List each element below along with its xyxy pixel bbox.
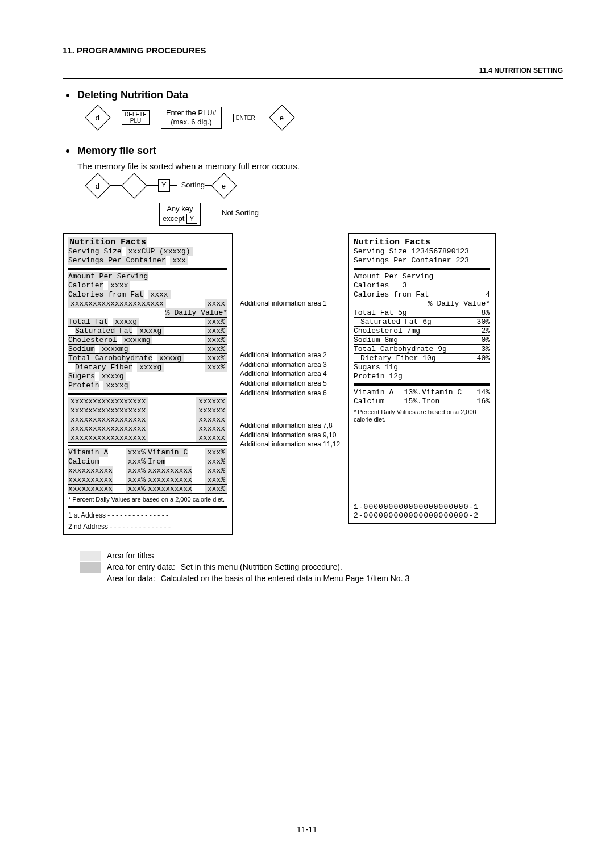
additional-row: xxxxxxxxxxxxxxxxxxxxxxx	[68, 424, 227, 433]
section-title: Deleting Nutrition Data	[77, 89, 188, 101]
flow-delete-plu: DELETE PLU	[122, 110, 150, 125]
chapter-heading: 11. PROGRAMMING PROCEDURES	[63, 45, 563, 55]
nutrition-row: Dietary Fiber 10g40%	[354, 354, 490, 363]
section-memorysort: Memory file sort The memory file is sort…	[63, 145, 563, 218]
vitamin-row: xxxxxxxxxxxxx%xxxxxxxxxxxxx%	[68, 466, 227, 475]
flowchart-memorysort: d Y Sorting e Any key except Y	[85, 177, 563, 218]
flow-anykey: Any key except Y	[159, 203, 201, 226]
nutrition-row: Sugers xxxxg	[68, 372, 227, 381]
legend-data: Area for data:	[107, 574, 155, 583]
annotation-area2: Additional information area 2	[240, 350, 341, 360]
section-heading: 11.4 NUTRITION SETTING	[63, 66, 563, 74]
label-sorting: Sorting	[181, 181, 205, 189]
vitamin-row: Calcium15%.Iron16%	[354, 397, 490, 406]
nutrition-row: Cholesterol 7mg2%	[354, 327, 490, 336]
legend-entry-desc: Set in this menu (Nutrition Setting proc…	[181, 562, 342, 571]
nutrition-row: Total Carbohydrate 9g3%	[354, 345, 490, 354]
nutrition-row: Sodium 8mg0%	[354, 336, 490, 345]
vitamin-row: Vitamin Axxx%Vitamin Cxxx%	[68, 448, 227, 457]
annotation-area4: Additional information area 4	[240, 369, 341, 379]
nutrition-row: Protein 12g	[354, 372, 490, 381]
nutrition-row: Saturated Fat xxxxgxxx%	[68, 327, 227, 336]
nutrition-row: Total Carobohydrate xxxxgxxx%	[68, 354, 227, 363]
swatch-titles	[80, 551, 101, 561]
swatch-entrydata	[80, 562, 101, 573]
legend-data-desc: Calculated on the basis of the entered d…	[161, 574, 409, 583]
flow-start-d: d	[85, 105, 110, 131]
annotation-column: Additional information area 1 Additional…	[240, 233, 341, 452]
additional-row: xxxxxxxxxxxxxxxxxxxxxxx	[68, 406, 227, 415]
label-number-1: 1-000000000000000000000-1	[354, 503, 490, 511]
section-desc: The memory file is sorted when a memory …	[77, 161, 563, 171]
bullet-icon	[66, 94, 69, 97]
vitamin-row: xxxxxxxxxxxxx%xxxxxxxxxxxxx%	[68, 485, 227, 494]
swatch-data	[80, 574, 101, 584]
section-delete: Deleting Nutrition Data d DELETE PLU Ent…	[63, 89, 563, 129]
nutrition-row: Total Fat xxxxgxxx%	[68, 318, 227, 327]
flow-anykey-y: Y	[186, 214, 197, 224]
vitamin-row: Calciumxxx%Iromxxx%	[68, 457, 227, 466]
annotation-area1112: Additional information area 11,12	[240, 440, 341, 449]
dv-note: * Percent Daily Values are based on a 2,…	[68, 496, 227, 503]
annotation-area78: Additional information area 7,8	[240, 421, 341, 431]
flow-decision	[121, 173, 147, 198]
flow-start-d: d	[85, 173, 110, 198]
nutrition-row: Protein xxxxg	[68, 381, 227, 390]
annotation-area910: Additional information area 9,10	[240, 431, 341, 440]
nutrition-row: Cholesterol xxxxmgxxx%	[68, 336, 227, 345]
flow-enter-plu: Enter the PLU# (max. 6 dig.)	[161, 107, 222, 129]
legend-titles: Area for titles	[107, 551, 154, 560]
nutrition-row: Total Fat 5g8%	[354, 308, 490, 318]
flow-enter-key: ENTER	[233, 114, 258, 122]
page-number: 11-11	[0, 825, 614, 834]
additional-row: xxxxxxxxxxxxxxxxxxxxxxx	[68, 433, 227, 443]
vitamin-row: Vitamin A13%.Vitamin C14%	[354, 388, 490, 397]
address2: 2 nd Address - - - - - - - - - - - - - -…	[68, 523, 227, 531]
label-number-2: 2-000000000000000000000-2	[354, 511, 490, 520]
flow-end-e: e	[211, 173, 237, 198]
label-notsorting: Not Sorting	[222, 208, 563, 217]
nutrition-label-example: Nutrition Facts Serving Size 12345678901…	[348, 233, 496, 524]
flowchart-delete: d DELETE PLU Enter the PLU# (max. 6 dig.…	[85, 107, 563, 129]
flow-y-key: Y	[158, 179, 170, 191]
nutrition-row: Sodium xxxxmgxxx%	[68, 345, 227, 354]
additional-row: xxxxxxxxxxxxxxxxxxxxxxx	[68, 397, 227, 406]
vitamin-row: xxxxxxxxxxxxx%xxxxxxxxxxxxx%	[68, 475, 227, 485]
header-rule	[63, 78, 563, 79]
annotation-area1: Additional information area 1	[240, 299, 341, 308]
page: 11. PROGRAMMING PROCEDURES 11.4 NUTRITIO…	[0, 0, 614, 868]
nutrition-panels: Nutrition Facts Serving Size xxxCUP (xxx…	[63, 233, 563, 535]
annotation-area6: Additional information area 6	[240, 389, 341, 398]
nutrition-label-template: Nutrition Facts Serving Size xxxCUP (xxx…	[63, 233, 233, 535]
additional-row: xxxxxxxxxxxxxxxxxxxxxxx	[68, 415, 227, 424]
annotation-area3: Additional information area 3	[240, 360, 341, 370]
legend-entry: Area for entry data:	[107, 562, 175, 571]
nutrition-row: Saturated Fat 6g30%	[354, 318, 490, 327]
annotation-area5: Additional information area 5	[240, 379, 341, 389]
nutrition-row: Sugars 11g	[354, 363, 490, 372]
dv-note: * Percent Daily Values are based on a 2,…	[354, 408, 490, 423]
flow-end-e: e	[269, 105, 294, 131]
address1: 1 st Address - - - - - - - - - - - - - -…	[68, 511, 227, 519]
bullet-icon	[66, 149, 69, 153]
legend: Area for titles Area for entry data: Set…	[80, 551, 563, 584]
section-title: Memory file sort	[77, 145, 156, 157]
nutrition-row: Dietary Fiber xxxxgxxx%	[68, 363, 227, 372]
